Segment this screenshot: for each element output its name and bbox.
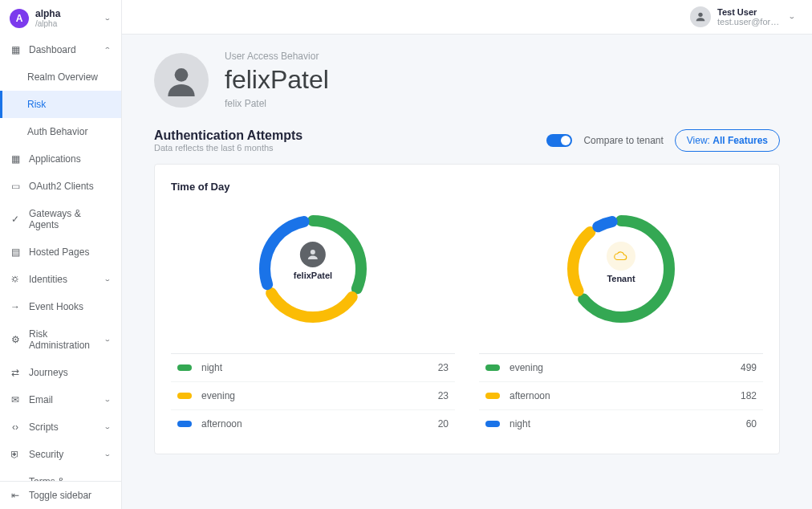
- exit-icon: →: [10, 301, 21, 312]
- legend-value: 182: [741, 390, 757, 401]
- sidebar-item-label: Toggle sidebar: [29, 490, 112, 501]
- view-features-button[interactable]: View: All Features: [675, 129, 780, 152]
- donut-chart: felixPatel: [245, 201, 381, 337]
- page-subtitle: felix Patel: [225, 98, 329, 109]
- legend-value: 23: [438, 390, 449, 401]
- card-title: Time of Day: [171, 181, 763, 193]
- chevron-down-icon: ⌄: [788, 14, 796, 20]
- legend-value: 499: [741, 362, 757, 373]
- legend-name: evening: [201, 390, 438, 401]
- sidebar-item-applications[interactable]: ▦ Applications: [0, 145, 121, 173]
- svg-point-1: [175, 68, 189, 82]
- legend-name: afternoon: [201, 418, 438, 430]
- sidebar-item-risk-administration[interactable]: ⚙ Risk Administration ⌄: [0, 320, 121, 359]
- donut-tenant: Tenant evening 499 afternoon 182 night 6…: [479, 201, 763, 438]
- sidebar: A alpha /alpha ⌄ ▦ Dashboard ⌃ Realm Ove…: [0, 0, 122, 509]
- sidebar-item-hosted-pages[interactable]: ▤ Hosted Pages: [0, 238, 121, 266]
- legend-item: afternoon 20: [171, 410, 455, 438]
- realm-path: /alpha: [35, 19, 104, 28]
- chevron-down-icon: ⌄: [104, 397, 112, 403]
- profile-header: User Access Behavior felixPatel felix Pa…: [154, 51, 780, 109]
- sidebar-item-identities[interactable]: ⛭ Identities ⌄: [0, 266, 121, 293]
- realm-avatar: A: [10, 9, 29, 28]
- legend-swatch: [177, 421, 192, 427]
- center-avatar-icon: [300, 242, 326, 267]
- legend-name: evening: [510, 362, 741, 373]
- box-icon: ▭: [10, 181, 21, 192]
- sidebar-item-email[interactable]: ✉ Email ⌄: [0, 386, 121, 413]
- chevron-down-icon: ⌄: [104, 424, 112, 430]
- realm-name: alpha: [35, 8, 104, 19]
- sidebar-item-label: Gateways & Agents: [29, 208, 112, 230]
- sidebar-item-security[interactable]: ⛨ Security ⌄: [0, 441, 121, 468]
- profile-avatar-icon: [154, 53, 209, 108]
- legend-swatch: [485, 364, 500, 371]
- route-icon: ⇄: [10, 367, 21, 378]
- sidebar-item-label: Identities: [29, 274, 104, 285]
- sidebar-item-dashboard[interactable]: ▦ Dashboard ⌃: [0, 36, 121, 63]
- donut-center-label: Tenant: [607, 274, 635, 283]
- legend-swatch: [485, 421, 500, 427]
- page-overline: User Access Behavior: [225, 51, 329, 62]
- user-avatar-icon: [690, 6, 711, 27]
- legend-value: 60: [746, 418, 757, 430]
- legend-swatch: [177, 364, 192, 371]
- legend-item: evening 499: [479, 354, 763, 382]
- sidebar-item-label: Event Hooks: [29, 301, 112, 312]
- svg-point-0: [698, 13, 702, 17]
- legend-name: night: [201, 362, 438, 373]
- sidebar-item-risk[interactable]: Risk: [0, 91, 121, 118]
- sidebar-item-label: Risk Administration: [29, 328, 104, 351]
- sidebar-item-label: Hosted Pages: [29, 246, 112, 258]
- shield-check-icon: ✓: [10, 214, 21, 225]
- user-name: Test User: [717, 7, 782, 17]
- sidebar-item-auth-behavior[interactable]: Auth Behavior: [0, 118, 121, 145]
- cloud-icon: [607, 242, 635, 271]
- sidebar-item-label: Auth Behavior: [27, 126, 112, 137]
- legend-swatch: [177, 393, 192, 399]
- sidebar-item-gateways-agents[interactable]: ✓ Gateways & Agents: [0, 200, 121, 238]
- sidebar-item-terms-conditions[interactable]: ✎ Terms & Conditions: [0, 468, 121, 481]
- donut-center-label: felixPatel: [294, 271, 332, 280]
- chevron-down-icon: ⌄: [104, 276, 112, 283]
- compare-toggle[interactable]: [546, 134, 572, 147]
- sidebar-item-label: OAuth2 Clients: [29, 181, 112, 192]
- chevron-down-icon: ⌄: [104, 14, 112, 21]
- people-icon: ⛭: [10, 274, 21, 285]
- view-btn-value: All Features: [713, 135, 768, 146]
- sidebar-item-label: Email: [29, 394, 104, 405]
- header: Test User test.user@for… ⌄: [122, 0, 812, 35]
- sidebar-item-journeys[interactable]: ⇄ Journeys: [0, 359, 121, 386]
- section-subtitle: Data reflects the last 6 months: [154, 143, 302, 153]
- legend-value: 23: [438, 362, 449, 373]
- shield-icon: ⛨: [10, 449, 21, 460]
- view-btn-prefix: View:: [687, 135, 713, 146]
- donut-legend: evening 499 afternoon 182 night 60: [479, 353, 763, 438]
- user-menu[interactable]: Test User test.user@for… ⌄: [690, 6, 796, 27]
- grid-icon: ▦: [10, 44, 21, 55]
- legend-item: night 23: [171, 354, 455, 382]
- time-of-day-card: Time of Day felixPatel night 23 evening …: [154, 164, 780, 454]
- sidebar-item-realm-overview[interactable]: Realm Overview: [0, 63, 121, 91]
- donut-chart: Tenant: [553, 201, 689, 337]
- user-email: test.user@for…: [717, 17, 782, 26]
- section-title: Authentication Attempts: [154, 128, 302, 143]
- sidebar-item-event-hooks[interactable]: → Event Hooks: [0, 293, 121, 320]
- sidebar-item-scripts[interactable]: ‹› Scripts ⌄: [0, 413, 121, 441]
- mail-icon: ✉: [10, 394, 21, 405]
- donut-legend: night 23 evening 23 afternoon 20: [171, 353, 455, 438]
- sidebar-item-label: Scripts: [29, 421, 104, 433]
- collapse-icon: ⇤: [10, 490, 21, 501]
- toggle-sidebar-button[interactable]: ⇤ Toggle sidebar: [0, 482, 121, 509]
- sidebar-item-label: Risk: [27, 99, 112, 110]
- sidebar-item-label: Journeys: [29, 367, 112, 378]
- sidebar-item-label: Security: [29, 449, 104, 460]
- legend-value: 20: [438, 418, 449, 430]
- legend-swatch: [485, 393, 500, 399]
- realm-selector[interactable]: A alpha /alpha ⌄: [0, 0, 121, 36]
- code-icon: ‹›: [10, 421, 21, 433]
- legend-name: afternoon: [510, 390, 741, 401]
- page-title: felixPatel: [225, 65, 329, 95]
- svg-point-5: [311, 250, 315, 254]
- sidebar-item-oauth2-clients[interactable]: ▭ OAuth2 Clients: [0, 173, 121, 200]
